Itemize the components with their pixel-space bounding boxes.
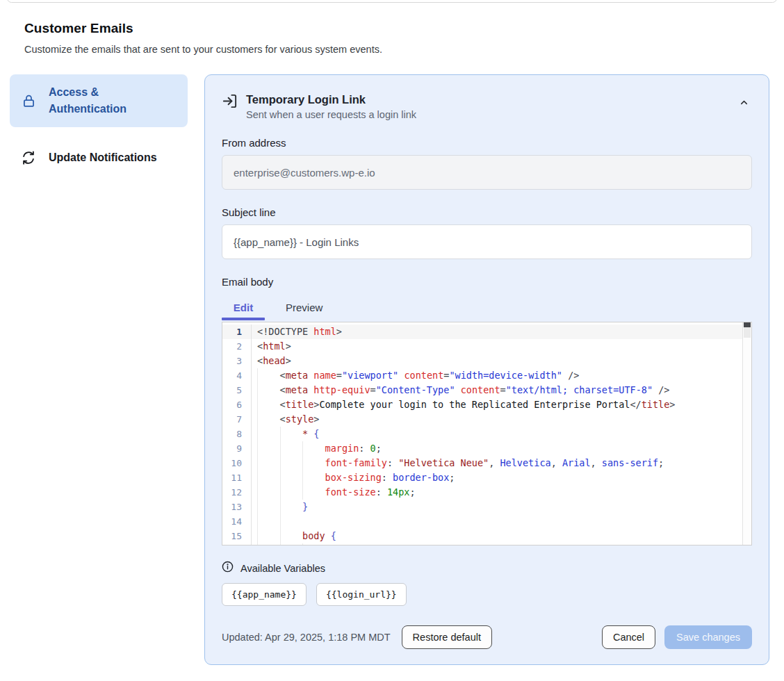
code-line: 16 background-color: #f6f9fc;: [222, 543, 751, 545]
available-variables-header: Available Variables: [222, 561, 752, 575]
email-body-tabs: EditPreview: [222, 297, 752, 322]
line-number: 10: [222, 456, 252, 470]
code-line: 11 box-sizing: border-box;: [222, 470, 751, 485]
line-number: 4: [222, 368, 252, 383]
code-text: <title>Complete your login to the Replic…: [252, 397, 676, 412]
code-text: font-family: "Helvetica Neue", Helvetica…: [252, 456, 664, 470]
updated-timestamp: Updated: Apr 29, 2025, 1:18 PM MDT: [222, 632, 391, 643]
line-number: 1: [222, 325, 252, 339]
code-text: box-sizing: border-box;: [252, 470, 455, 485]
from-address-input[interactable]: [222, 155, 752, 190]
line-number: 5: [222, 383, 252, 397]
code-editor[interactable]: 1<!DOCTYPE html>2<html>3<head>4 <meta na…: [222, 322, 752, 545]
login-icon: [222, 93, 238, 109]
refresh-icon: [21, 150, 36, 165]
restore-default-button[interactable]: Restore default: [402, 625, 492, 649]
variable-chips: {{app_name}}{{login_url}}: [222, 583, 752, 606]
line-number: 7: [222, 412, 252, 427]
previous-card-bottom-edge: [7, 0, 777, 3]
tab-preview[interactable]: Preview: [280, 297, 328, 322]
editor-scrollbar-shade: [744, 327, 751, 338]
active-tab-underline: [222, 318, 265, 320]
code-text: margin: 0;: [252, 441, 382, 456]
code-text: body {: [252, 529, 336, 543]
editor-scrollbar-thumb[interactable]: [744, 322, 751, 327]
content-layout: Access & AuthenticationUpdate Notificati…: [10, 74, 769, 665]
line-number: 16: [222, 543, 252, 545]
line-number: 12: [222, 485, 252, 500]
code-line: 2<html>: [222, 339, 751, 354]
code-line: 7 <style>: [222, 412, 751, 427]
subject-line-label: Subject line: [222, 206, 752, 218]
line-number: 11: [222, 470, 252, 485]
info-icon: [222, 561, 234, 575]
code-text: }: [252, 500, 308, 514]
code-text: <head>: [252, 354, 291, 368]
line-number: 13: [222, 500, 252, 514]
code-text: <!DOCTYPE html>: [252, 325, 342, 339]
code-text: * {: [252, 427, 319, 441]
code-text: <html>: [252, 339, 291, 354]
line-number: 14: [222, 514, 252, 529]
page-header: Customer Emails Customize the emails tha…: [24, 21, 760, 55]
code-line: 8 * {: [222, 427, 751, 441]
code-line: 12 font-size: 14px;: [222, 485, 751, 500]
code-line: 10 font-family: "Helvetica Neue", Helvet…: [222, 456, 751, 470]
sidebar-item-label: Access & Authentication: [49, 84, 177, 117]
tab-edit[interactable]: Edit: [222, 297, 265, 322]
line-number: 6: [222, 397, 252, 412]
code-text: <style>: [252, 412, 319, 427]
code-line: 1<!DOCTYPE html>: [222, 325, 751, 339]
page-title: Customer Emails: [24, 21, 760, 36]
code-line: 5 <meta http-equiv="Content-Type" conten…: [222, 383, 751, 397]
code-line: 3<head>: [222, 354, 751, 368]
subject-line-input[interactable]: [222, 224, 752, 259]
sidebar: Access & AuthenticationUpdate Notificati…: [10, 74, 188, 176]
collapse-section-button[interactable]: [736, 95, 752, 113]
line-number: 9: [222, 441, 252, 456]
panel-title: Temporary Login Link: [246, 93, 728, 106]
line-number: 2: [222, 339, 252, 354]
variable-chip-login-url[interactable]: {{login_url}}: [316, 583, 407, 606]
code-line: 13 }: [222, 500, 751, 514]
code-text: [252, 514, 302, 529]
page-subtitle: Customize the emails that are sent to yo…: [24, 44, 760, 55]
lock-icon: [21, 94, 36, 108]
code-text: background-color: #f6f9fc;: [252, 543, 472, 545]
code-line: 15 body {: [222, 529, 751, 543]
panel-header-text: Temporary Login Link Sent when a user re…: [246, 93, 728, 120]
code-text: <meta name="viewport" content="width=dev…: [252, 368, 579, 383]
save-changes-button[interactable]: Save changes: [664, 625, 752, 649]
from-address-label: From address: [222, 137, 752, 149]
panel-footer: Updated: Apr 29, 2025, 1:18 PM MDT Resto…: [222, 625, 752, 649]
sidebar-item-access-authentication[interactable]: Access & Authentication: [10, 74, 188, 127]
line-number: 8: [222, 427, 252, 441]
code-text: font-size: 14px;: [252, 485, 416, 500]
code-line: 9 margin: 0;: [222, 441, 751, 456]
code-line: 4 <meta name="viewport" content="width=d…: [222, 368, 751, 383]
panel-header: Temporary Login Link Sent when a user re…: [222, 93, 752, 120]
sidebar-item-update-notifications[interactable]: Update Notifications: [10, 140, 188, 176]
cancel-button[interactable]: Cancel: [602, 625, 655, 649]
code-text: <meta http-equiv="Content-Type" content=…: [252, 383, 669, 397]
available-variables-label: Available Variables: [240, 563, 325, 574]
chevron-up-icon: [739, 99, 749, 110]
line-number: 15: [222, 529, 252, 543]
panel-subtitle: Sent when a user requests a login link: [246, 109, 728, 120]
sidebar-item-label: Update Notifications: [49, 149, 157, 166]
editor-scrollbar[interactable]: [742, 322, 751, 545]
email-panel: Temporary Login Link Sent when a user re…: [204, 74, 769, 665]
line-number: 3: [222, 354, 252, 368]
variable-chip-app-name[interactable]: {{app_name}}: [222, 583, 307, 606]
email-body-label: Email body: [222, 276, 752, 288]
code-line: 14: [222, 514, 751, 529]
code-line: 6 <title>Complete your login to the Repl…: [222, 397, 751, 412]
